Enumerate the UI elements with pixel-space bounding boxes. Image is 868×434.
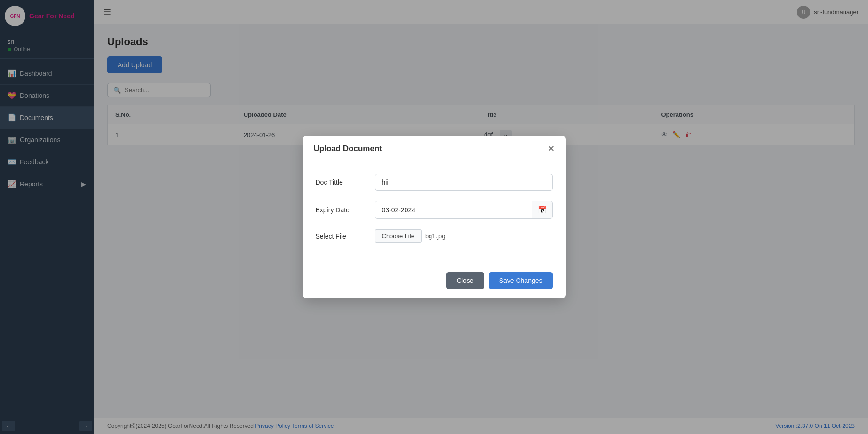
choose-file-button[interactable]: Choose File [375, 229, 422, 243]
modal-header: Upload Document ✕ [303, 136, 566, 162]
modal-close-button[interactable]: ✕ [548, 145, 555, 153]
save-changes-button[interactable]: Save Changes [489, 272, 553, 289]
close-modal-button[interactable]: Close [446, 272, 484, 289]
modal-body: Doc Tittle Expiry Date 📅 Select File Cho… [303, 162, 566, 265]
date-picker-icon[interactable]: 📅 [532, 201, 552, 218]
select-file-row: Select File Choose File bg1.jpg [316, 229, 553, 243]
modal-footer: Close Save Changes [303, 265, 566, 298]
expiry-date-row: Expiry Date 📅 [316, 201, 553, 219]
doc-title-row: Doc Tittle [316, 174, 553, 191]
doc-title-label: Doc Tittle [316, 178, 367, 186]
modal-title: Upload Document [314, 144, 382, 153]
expiry-date-input[interactable] [375, 202, 532, 218]
select-file-label: Select File [316, 233, 367, 240]
date-input-wrapper: 📅 [375, 201, 553, 219]
doc-title-input[interactable] [375, 174, 553, 191]
modal-overlay: Upload Document ✕ Doc Tittle Expiry Date… [0, 0, 868, 434]
expiry-date-label: Expiry Date [316, 206, 367, 214]
upload-document-modal: Upload Document ✕ Doc Tittle Expiry Date… [303, 136, 566, 298]
file-name: bg1.jpg [425, 233, 446, 240]
file-input-wrapper: Choose File bg1.jpg [375, 229, 553, 243]
